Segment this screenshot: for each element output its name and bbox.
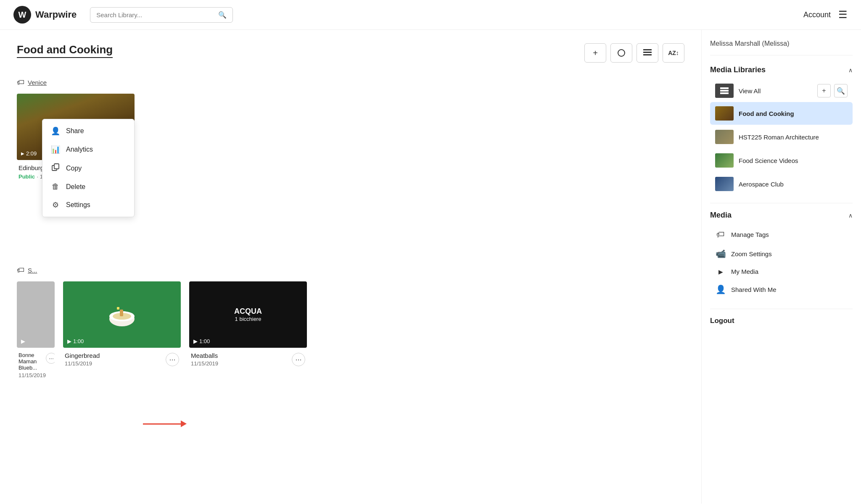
shared-with-me-label: Shared With Me	[731, 286, 776, 293]
context-menu-settings[interactable]: ⚙ Settings	[42, 196, 134, 214]
view-all-row: View All + 🔍	[710, 80, 853, 101]
manage-tags-label: Manage Tags	[731, 231, 769, 238]
tag-label-s[interactable]: S...	[28, 267, 37, 274]
video-duration-gingerbread: ▶ 1:00	[67, 338, 84, 344]
list-view-button[interactable]	[637, 43, 658, 63]
circle-view-button[interactable]	[610, 43, 632, 63]
sort-az-button[interactable]: AZ↕	[663, 43, 684, 63]
video-title-gingerbread: Gingerbread	[65, 352, 166, 359]
circle-icon	[618, 49, 625, 57]
sidebar-user: Melissa Marshall (Melissa)	[710, 40, 853, 55]
context-menu-delete[interactable]: 🗑 Delete	[42, 178, 134, 196]
shared-icon: 👤	[715, 284, 726, 294]
video-duration-meatballs: ▶ 1:00	[193, 338, 210, 344]
sidebar-item-hst225[interactable]: HST225 Roman Architecture	[710, 126, 853, 148]
search-bar[interactable]: 🔍	[90, 7, 233, 23]
header: W Warpwire 🔍 Account ☰	[0, 0, 861, 30]
delete-icon: 🗑	[51, 182, 60, 191]
hamburger-menu-icon[interactable]: ☰	[838, 9, 848, 21]
search-input[interactable]	[96, 11, 215, 18]
video-title-bonne: Bonne Maman Blueb...	[18, 352, 46, 371]
tag-manage-icon: 🏷	[715, 230, 726, 239]
zoom-icon: 📹	[715, 249, 726, 259]
media-libraries-chevron-icon[interactable]: ∧	[848, 67, 853, 74]
main-layout: Food and Cooking + AZ↕ 🏷 Venice	[0, 30, 861, 504]
tag-row-venice: 🏷 Venice	[17, 78, 684, 87]
sidebar-item-my-media[interactable]: ▶ My Media	[710, 264, 853, 279]
sidebar: Melissa Marshall (Melissa) Media Librari…	[701, 30, 861, 504]
media-section-header: Media ∧	[710, 211, 853, 220]
logo-name: Warpwire	[35, 9, 77, 20]
view-all-label[interactable]: View All	[739, 87, 761, 94]
sidebar-item-aerospace[interactable]: Aerospace Club	[710, 173, 853, 195]
sidebar-item-shared-with-me[interactable]: 👤 Shared With Me	[710, 280, 853, 299]
svg-rect-11	[720, 90, 729, 92]
content-area: Food and Cooking + AZ↕ 🏷 Venice	[0, 30, 701, 504]
search-icon: 🔍	[218, 11, 227, 19]
context-menu-analytics[interactable]: 📊 Analytics	[42, 140, 134, 159]
arrow-head-icon	[181, 420, 187, 427]
svg-rect-10	[720, 87, 729, 89]
video-thumb-meatballs[interactable]: ACQUA 1 bicchiere ▶ 1:00	[189, 281, 307, 348]
library-name-food-cooking: Food and Cooking	[739, 110, 794, 117]
svg-rect-2	[643, 54, 652, 55]
context-menu-copy[interactable]: Copy	[42, 159, 134, 178]
sidebar-divider	[710, 203, 853, 203]
header-right: Account ☰	[803, 9, 848, 21]
sidebar-item-zoom-settings[interactable]: 📹 Zoom Settings	[710, 244, 853, 263]
view-all-actions: + 🔍	[817, 84, 848, 97]
video-meta-gingerbread: Gingerbread 11/15/2019 ···	[63, 348, 181, 368]
library-name-hst225: HST225 Roman Architecture	[739, 134, 819, 141]
sidebar-item-manage-tags[interactable]: 🏷 Manage Tags	[710, 226, 853, 244]
more-button-meatballs[interactable]: ···	[292, 353, 305, 366]
logo-area: W Warpwire	[13, 6, 77, 24]
add-button[interactable]: +	[584, 43, 606, 63]
my-media-label: My Media	[731, 268, 758, 275]
play-icon-gingerbread: ▶	[67, 338, 71, 344]
video-meta-meatballs: Meatballs 11/15/2019 ···	[189, 348, 307, 368]
context-menu: 👤 Share 📊 Analytics Copy 🗑 Delete	[42, 119, 135, 217]
account-label[interactable]: Account	[803, 10, 831, 19]
page-title: Food and Cooking	[17, 43, 113, 58]
video-date-bonne: 11/15/2019	[18, 372, 46, 378]
sidebar-item-food-cooking[interactable]: Food and Cooking	[710, 102, 853, 125]
logo-icon: W	[13, 6, 31, 24]
tag-label-venice[interactable]: Venice	[28, 79, 47, 86]
video-thumb-gingerbread[interactable]: ▶ 1:00	[63, 281, 181, 348]
svg-rect-4	[54, 164, 59, 169]
logout-button[interactable]: Logout	[710, 309, 853, 325]
search-library-button[interactable]: 🔍	[834, 84, 848, 97]
play-icon: ▶	[21, 151, 24, 156]
list-icon	[643, 48, 652, 58]
media-chevron-icon[interactable]: ∧	[848, 212, 853, 219]
sidebar-item-food-science[interactable]: Food Science Videos	[710, 149, 853, 172]
video-meta-bonne: Bonne Maman Blueb... 11/15/2019 ···	[17, 348, 55, 380]
settings-label: Settings	[66, 201, 90, 209]
library-thumb-hst225	[715, 130, 734, 144]
more-button-gingerbread[interactable]: ···	[166, 353, 179, 366]
svg-rect-0	[643, 49, 652, 50]
context-menu-share[interactable]: 👤 Share	[42, 122, 134, 140]
video-status-edinburgh: Public	[18, 173, 35, 180]
settings-icon: ⚙	[51, 200, 60, 210]
toolbar: + AZ↕	[584, 43, 684, 63]
media-section: 🏷 Manage Tags 📹 Zoom Settings ▶ My Media…	[710, 226, 853, 299]
more-button-bonne[interactable]: ···	[46, 353, 55, 364]
zoom-settings-label: Zoom Settings	[731, 250, 772, 257]
video-date-meatballs: 11/15/2019	[191, 360, 292, 367]
video-thumb-bonne-maman[interactable]: ▶	[17, 281, 55, 348]
media-section-title: Media	[710, 211, 732, 220]
video-duration-bonne: ▶	[21, 338, 25, 344]
analytics-label: Analytics	[66, 146, 93, 153]
delete-label: Delete	[66, 183, 85, 191]
add-library-button[interactable]: +	[817, 84, 831, 97]
library-thumb-aerospace	[715, 177, 734, 191]
media-libraries-title: Media Libraries	[710, 66, 766, 74]
play-icon-meatballs: ▶	[193, 338, 198, 344]
svg-rect-8	[120, 310, 123, 316]
share-label: Share	[66, 127, 84, 135]
analytics-icon: 📊	[51, 145, 60, 154]
my-media-icon: ▶	[715, 268, 726, 275]
library-thumb-food-cooking	[715, 106, 734, 121]
video-card-bonne-maman: ▶ Bonne Maman Blueb... 11/15/2019 ···	[17, 281, 55, 380]
